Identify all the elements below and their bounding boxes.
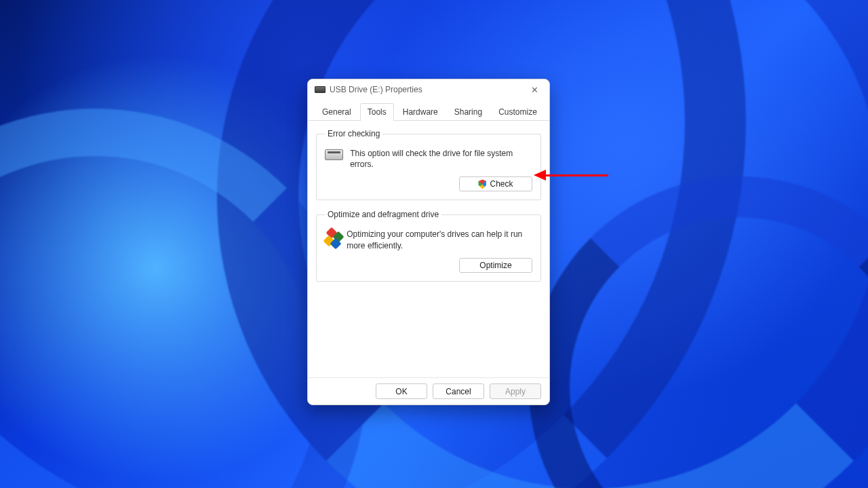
drive-properties-dialog: USB Drive (E:) Properties ✕ General Tool… [307,79,550,405]
tab-tools[interactable]: Tools [360,103,394,121]
apply-button-label: Apply [505,387,526,396]
defrag-icon [325,229,340,248]
dialog-footer: OK Cancel Apply [308,377,549,405]
optimize-button-label: Optimize [479,261,511,270]
drive-icon [325,149,343,160]
tools-tab-body: Error checking This option will check th… [308,121,549,377]
optimize-description: Optimizing your computer's drives can he… [347,229,532,250]
window-title: USB Drive (E:) Properties [330,85,422,94]
optimize-button[interactable]: Optimize [459,258,532,273]
cancel-button-label: Cancel [446,387,471,396]
close-button[interactable]: ✕ [522,80,547,99]
optimize-legend: Optimize and defragment drive [325,210,441,219]
tab-customize[interactable]: Customize [491,103,545,121]
tab-hardware[interactable]: Hardware [395,103,446,121]
apply-button[interactable]: Apply [490,383,541,399]
check-button[interactable]: Check [459,176,532,191]
titlebar[interactable]: USB Drive (E:) Properties ✕ [308,79,549,100]
drive-titlebar-icon [315,86,326,93]
cancel-button[interactable]: Cancel [433,383,484,399]
ok-button[interactable]: OK [376,383,427,399]
error-checking-description: This option will check the drive for fil… [350,148,532,170]
desktop-wallpaper: USB Drive (E:) Properties ✕ General Tool… [0,0,868,488]
optimize-group: Optimize and defragment drive Optimizing… [316,210,541,281]
check-button-label: Check [490,179,513,189]
close-icon: ✕ [531,85,538,95]
tab-strip: General Tools Hardware Sharing Customize [308,100,549,121]
error-checking-legend: Error checking [325,129,382,138]
tab-sharing[interactable]: Sharing [447,103,490,121]
ok-button-label: OK [395,387,407,396]
error-checking-group: Error checking This option will check th… [316,129,541,200]
uac-shield-icon [478,179,486,189]
tab-general[interactable]: General [315,103,359,121]
